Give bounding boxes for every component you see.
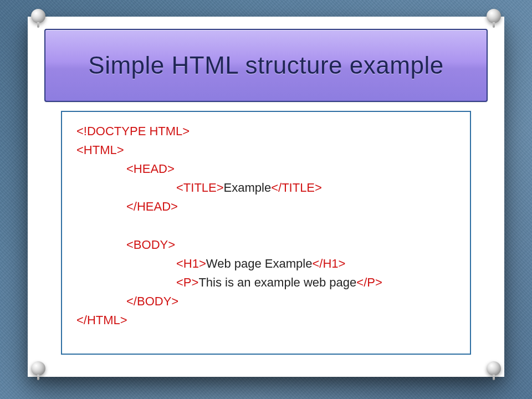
tag-doctype: <!DOCTYPE HTML>: [76, 124, 190, 138]
title-bar: Simple HTML structure example: [44, 29, 488, 102]
tag-body-open: <BODY>: [126, 238, 175, 252]
tag-head-close: </HEAD>: [126, 200, 178, 213]
h1-text: Web page Example: [206, 257, 313, 270]
pushpin-icon: [484, 9, 503, 28]
blank-line: [76, 216, 456, 235]
code-example-box: <!DOCTYPE HTML> <HTML> <HEAD> <TITLE>Exa…: [61, 111, 471, 355]
tag-h1-open: <H1>: [176, 257, 206, 270]
code-line: </HEAD>: [76, 197, 456, 216]
tag-title-close: </TITLE>: [271, 181, 322, 195]
tag-title-open: <TITLE>: [176, 181, 224, 195]
p-text: This is an example web page: [198, 275, 356, 289]
code-line: <HTML>: [76, 141, 456, 160]
tag-p-open: <P>: [176, 275, 198, 289]
code-line: </BODY>: [76, 292, 456, 311]
tag-html-open: <HTML>: [76, 143, 124, 157]
code-line: <!DOCTYPE HTML>: [76, 122, 456, 141]
code-line: <HEAD>: [76, 160, 456, 178]
pushpin-icon: [484, 361, 503, 380]
slide: Simple HTML structure example <!DOCTYPE …: [28, 17, 504, 377]
tag-p-close: </P>: [356, 275, 382, 289]
tag-body-close: </BODY>: [126, 294, 178, 308]
code-line: <BODY>: [76, 236, 456, 254]
title-text: Example: [224, 181, 272, 195]
pushpin-icon: [29, 9, 48, 28]
code-line: <H1>Web page Example</H1>: [76, 254, 456, 273]
tag-h1-close: </H1>: [312, 257, 345, 270]
tag-html-close: </HTML>: [76, 313, 127, 327]
code-line: <TITLE>Example</TITLE>: [76, 178, 456, 197]
tag-head-open: <HEAD>: [126, 162, 175, 176]
slide-wrap: Simple HTML structure example <!DOCTYPE …: [28, 17, 504, 377]
code-line: <P>This is an example web page</P>: [76, 273, 456, 292]
pushpin-icon: [29, 361, 48, 380]
slide-background: Simple HTML structure example <!DOCTYPE …: [0, 0, 532, 399]
slide-title: Simple HTML structure example: [88, 52, 443, 80]
code-line: </HTML>: [76, 311, 456, 330]
